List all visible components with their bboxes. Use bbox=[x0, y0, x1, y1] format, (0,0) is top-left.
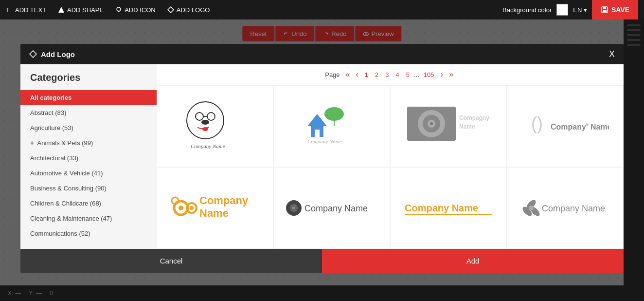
svg-point-40 bbox=[190, 206, 194, 210]
svg-rect-6 bbox=[603, 7, 606, 9]
svg-marker-20 bbox=[307, 114, 327, 126]
page-dots: ... bbox=[414, 71, 419, 78]
svg-text:Company: Company bbox=[551, 123, 586, 131]
svg-point-2 bbox=[117, 7, 121, 11]
logo-4-container: () Company Name bbox=[515, 94, 615, 158]
svg-marker-4 bbox=[168, 7, 174, 13]
pagination: Page « ‹ 1 2 3 4 5 ... 105 › » bbox=[157, 64, 624, 85]
svg-text:Company: Company bbox=[199, 194, 249, 207]
logo-item-6[interactable]: Company Name bbox=[273, 167, 390, 249]
modal-footer: Cancel Add bbox=[20, 249, 624, 273]
add-icon-label: ADD ICON bbox=[125, 6, 156, 14]
logo-4-svg: () Company Name bbox=[521, 104, 609, 148]
logo-icon bbox=[167, 6, 174, 13]
category-cleaning[interactable]: Cleaning & Maintenance (47) bbox=[20, 211, 157, 226]
svg-text:Compagny: Compagny bbox=[459, 114, 489, 121]
add-text-button[interactable]: T ADD TEXT bbox=[6, 6, 46, 14]
add-logo-label: ADD LOGO bbox=[177, 6, 210, 14]
svg-text:Company Name: Company Name bbox=[542, 204, 605, 213]
logo-item-8[interactable]: Company Name bbox=[507, 167, 624, 249]
logo-5-container: Company Name bbox=[165, 176, 265, 240]
page-label: Page bbox=[325, 71, 340, 78]
add-shape-button[interactable]: ADD SHAPE bbox=[58, 6, 104, 14]
logo-item-5[interactable]: Company Name bbox=[157, 167, 273, 249]
svg-rect-3 bbox=[118, 11, 120, 12]
save-label: SAVE bbox=[611, 6, 629, 14]
logo-1-svg: Company Name bbox=[176, 97, 254, 155]
logo-1-container: Company Name bbox=[165, 94, 265, 158]
svg-text:Company Name: Company Name bbox=[307, 138, 342, 144]
page-prev-button[interactable]: ‹ bbox=[354, 69, 360, 80]
category-abstract[interactable]: Abstract (83) bbox=[20, 105, 157, 120]
categories-title: Categories bbox=[20, 72, 157, 90]
svg-text:Name: Name bbox=[590, 123, 609, 131]
modal-title: Add Logo bbox=[41, 50, 75, 58]
category-business[interactable]: Business & Consulting (90) bbox=[20, 181, 157, 196]
page-2[interactable]: 2 bbox=[373, 70, 381, 79]
svg-point-15 bbox=[207, 113, 215, 120]
svg-text:T: T bbox=[6, 6, 10, 13]
svg-point-18 bbox=[202, 127, 208, 131]
svg-point-38 bbox=[179, 206, 183, 210]
svg-point-14 bbox=[196, 113, 203, 120]
logo-item-2[interactable]: Company Name bbox=[273, 85, 390, 167]
add-icon-button[interactable]: ADD ICON bbox=[115, 6, 156, 14]
logo-item-4[interactable]: () Company Name bbox=[507, 85, 624, 167]
logo-7-container: Company Name bbox=[398, 176, 499, 240]
svg-point-17 bbox=[201, 120, 209, 125]
category-children[interactable]: Children & Childcare (68) bbox=[20, 196, 157, 211]
category-animals[interactable]: + Animals & Pets (99) bbox=[20, 135, 157, 150]
logo-8-svg: Company Name bbox=[517, 186, 614, 230]
bg-color-box[interactable] bbox=[556, 4, 568, 16]
logo-7-svg: Company Name bbox=[400, 186, 497, 230]
logo-2-container: Company Name bbox=[282, 94, 382, 158]
add-shape-label: ADD SHAPE bbox=[67, 6, 104, 14]
page-next-button[interactable]: › bbox=[439, 69, 445, 80]
svg-point-30 bbox=[430, 122, 433, 125]
add-logo-button[interactable]: ADD LOGO bbox=[167, 6, 210, 14]
add-logo-modal: Add Logo X Categories All categories Abs… bbox=[20, 44, 624, 273]
page-3[interactable]: 3 bbox=[383, 70, 391, 79]
page-last-button[interactable]: » bbox=[447, 69, 455, 80]
logo-grid-area: Page « ‹ 1 2 3 4 5 ... 105 › » bbox=[157, 64, 624, 249]
page-1[interactable]: 1 bbox=[362, 70, 371, 79]
modal-close-button[interactable]: X bbox=[609, 50, 615, 58]
category-automotive[interactable]: Automotive & Vehicle (41) bbox=[20, 166, 157, 181]
page-first-button[interactable]: « bbox=[344, 69, 352, 80]
svg-point-35 bbox=[586, 123, 589, 126]
svg-point-53 bbox=[529, 206, 534, 210]
svg-marker-12 bbox=[30, 51, 36, 57]
page-5[interactable]: 5 bbox=[404, 70, 412, 79]
svg-text:Company Name: Company Name bbox=[191, 143, 225, 149]
category-communications[interactable]: Communications (52) bbox=[20, 226, 157, 241]
modal-body: Categories All categories Abstract (83) … bbox=[20, 64, 624, 249]
bulb-icon bbox=[115, 6, 122, 13]
toolbar-right: Background color EN ▾ SAVE bbox=[502, 0, 638, 19]
logo-3-container: Compagny Name bbox=[398, 94, 499, 158]
logo-item-7[interactable]: Company Name bbox=[390, 167, 507, 249]
svg-rect-22 bbox=[315, 130, 320, 137]
lang-selector[interactable]: EN ▾ bbox=[573, 6, 587, 14]
logo-2-svg: Company Name bbox=[288, 99, 376, 153]
logo-6-container: Company Name bbox=[282, 176, 382, 240]
page-4[interactable]: 4 bbox=[394, 70, 402, 79]
svg-marker-1 bbox=[58, 7, 64, 13]
svg-text:Name: Name bbox=[199, 207, 229, 219]
svg-point-46 bbox=[292, 207, 295, 209]
category-all[interactable]: All categories bbox=[20, 90, 157, 105]
svg-text:Company Name: Company Name bbox=[405, 203, 478, 213]
category-agriculture[interactable]: Agriculture (53) bbox=[20, 120, 157, 135]
add-button[interactable]: Add bbox=[322, 249, 624, 273]
logo-item-3[interactable]: Compagny Name bbox=[390, 85, 507, 167]
save-icon bbox=[601, 6, 608, 14]
svg-text:Name: Name bbox=[459, 123, 475, 130]
page-105[interactable]: 105 bbox=[421, 70, 437, 79]
logo-5-svg: Company Name bbox=[166, 184, 264, 232]
category-architectural[interactable]: Architectural (33) bbox=[20, 150, 157, 166]
save-button[interactable]: SAVE bbox=[592, 0, 638, 19]
logo-item-1[interactable]: Company Name bbox=[157, 85, 273, 167]
cancel-button[interactable]: Cancel bbox=[20, 249, 322, 273]
bg-color-label: Background color bbox=[502, 6, 552, 14]
canvas-area: Reset Undo Redo Preview bbox=[0, 19, 644, 301]
svg-text:Company Name: Company Name bbox=[304, 204, 368, 213]
